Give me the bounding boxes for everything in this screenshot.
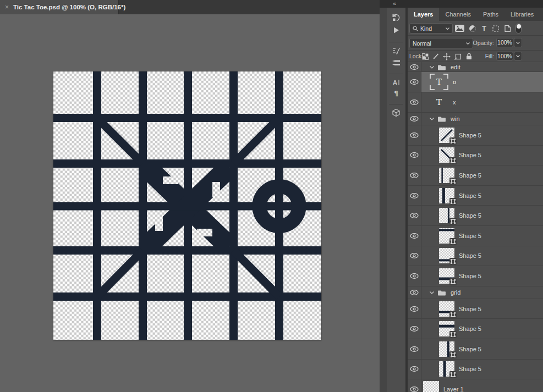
- shape-layers-filter-icon[interactable]: [492, 25, 500, 32]
- smart-objects-filter-icon[interactable]: [504, 25, 511, 32]
- layer-visibility-toggle[interactable]: [408, 146, 421, 165]
- layer-visibility-toggle[interactable]: [408, 206, 421, 225]
- layer-filter-row: Kind T: [408, 21, 543, 36]
- layer-row[interactable]: Shape 5: [408, 266, 543, 286]
- group-row[interactable]: grid: [408, 286, 543, 299]
- opacity-value[interactable]: 100%: [496, 38, 513, 47]
- layer-name: x: [453, 99, 456, 106]
- lock-transparency-icon[interactable]: [422, 53, 429, 60]
- lock-position-move-icon[interactable]: [443, 53, 451, 60]
- layer-row[interactable]: Shape 5: [408, 339, 543, 360]
- layer-visibility-toggle[interactable]: [408, 286, 421, 299]
- layer-row-body[interactable]: Shape 5: [421, 299, 543, 319]
- layer-filter-toggle[interactable]: [515, 23, 522, 34]
- type-layer-thumbnail[interactable]: T: [430, 94, 448, 111]
- layer-row[interactable]: Shape 5: [408, 125, 543, 146]
- collapse-panels-icon[interactable]: «: [393, 0, 396, 8]
- layer-row[interactable]: Shape 5: [408, 206, 543, 226]
- layer-row[interactable]: Shape 5: [408, 360, 543, 380]
- fill-value[interactable]: 100%: [496, 52, 513, 60]
- pixel-layers-filter-icon[interactable]: [455, 25, 464, 32]
- layer-visibility-toggle[interactable]: [408, 113, 421, 125]
- layer-row-body[interactable]: Shape 5: [421, 206, 543, 225]
- layer-row[interactable]: Shape 5: [408, 146, 543, 166]
- shape-layer-badge-icon: [449, 157, 457, 164]
- layer-row-body[interactable]: edit: [421, 62, 543, 71]
- filter-kind-dropdown[interactable]: Kind: [409, 23, 453, 34]
- character-panel-icon[interactable]: A: [387, 77, 405, 87]
- layer-thumbnail[interactable]: [423, 381, 439, 392]
- layer-row-body[interactable]: Shape 5: [421, 226, 543, 246]
- layer-visibility-toggle[interactable]: [408, 319, 421, 339]
- canvas-container[interactable]: [53, 71, 321, 340]
- layer-row-body[interactable]: Shape 5: [421, 186, 543, 206]
- tab-libraries[interactable]: Libraries: [504, 8, 540, 21]
- layer-row[interactable]: Layer 1: [408, 379, 543, 392]
- layer-visibility-toggle[interactable]: [408, 226, 421, 246]
- svg-text:A: A: [393, 79, 397, 86]
- layer-row[interactable]: Tx: [408, 92, 543, 113]
- layer-name: Shape 5: [459, 273, 481, 279]
- layer-visibility-toggle[interactable]: [408, 379, 421, 392]
- layer-visibility-toggle[interactable]: [408, 125, 421, 145]
- layer-row-body[interactable]: Layer 1: [421, 379, 543, 392]
- type-layers-filter-icon[interactable]: T: [481, 25, 487, 32]
- layer-row[interactable]: Shape 5: [408, 186, 543, 206]
- layer-visibility-toggle[interactable]: [408, 246, 421, 266]
- layer-visibility-toggle[interactable]: [408, 299, 421, 319]
- shape-layer-badge-icon: [449, 137, 457, 145]
- fill-dropdown-button[interactable]: [514, 52, 522, 60]
- close-tab-icon[interactable]: ×: [5, 4, 9, 10]
- opacity-dropdown-button[interactable]: [514, 38, 522, 47]
- lock-artboard-icon[interactable]: [454, 53, 462, 60]
- layer-row[interactable]: Shape 5: [408, 319, 543, 339]
- brush-settings-panel-icon[interactable]: [387, 46, 405, 56]
- layer-visibility-toggle[interactable]: [408, 165, 421, 185]
- type-layer-thumbnail[interactable]: T: [430, 74, 448, 90]
- blend-mode-dropdown[interactable]: Normal: [409, 38, 473, 48]
- adjustment-layers-filter-icon[interactable]: [469, 25, 476, 32]
- lock-image-brush-icon[interactable]: [432, 53, 439, 60]
- layer-visibility-toggle[interactable]: [408, 62, 421, 71]
- layer-visibility-toggle[interactable]: [408, 92, 421, 112]
- group-row[interactable]: win: [408, 113, 543, 125]
- layer-name: Shape 5: [459, 132, 481, 139]
- layer-row-body[interactable]: Shape 5: [421, 266, 543, 286]
- layers-panel: Kind T Normal Opacity: 100% Lock:: [408, 21, 543, 392]
- layer-row[interactable]: Shape 5: [408, 226, 543, 246]
- layer-row-body[interactable]: Shape 5: [421, 165, 543, 185]
- layer-row-body[interactable]: Tx: [421, 92, 543, 112]
- shape-layer-badge-icon: [449, 198, 457, 205]
- layer-row-body[interactable]: Shape 5: [421, 339, 543, 359]
- layer-row-body[interactable]: Shape 5: [421, 360, 543, 379]
- layer-row[interactable]: To: [408, 72, 543, 92]
- layer-row[interactable]: Shape 5: [408, 299, 543, 319]
- layer-row-body[interactable]: Shape 5: [421, 125, 543, 145]
- layer-visibility-toggle[interactable]: [408, 186, 421, 206]
- layer-visibility-toggle[interactable]: [408, 266, 421, 286]
- lock-all-padlock-icon[interactable]: [466, 53, 472, 60]
- history-panel-icon[interactable]: [387, 13, 405, 23]
- group-row[interactable]: edit: [408, 62, 543, 72]
- layer-row[interactable]: Shape 5: [408, 246, 543, 267]
- actions-panel-icon[interactable]: [387, 25, 405, 35]
- layer-row-body[interactable]: Shape 5: [421, 246, 543, 266]
- brushes-panel-icon[interactable]: [387, 58, 405, 68]
- tab-channels[interactable]: Channels: [439, 8, 476, 21]
- tab-layers[interactable]: Layers: [408, 8, 439, 21]
- layer-visibility-toggle[interactable]: [408, 72, 421, 92]
- layer-row-body[interactable]: win: [421, 113, 543, 125]
- paragraph-panel-icon[interactable]: ¶: [387, 88, 405, 98]
- layer-visibility-toggle[interactable]: [408, 339, 421, 359]
- layer-row-body[interactable]: grid: [421, 286, 543, 299]
- layer-visibility-toggle[interactable]: [408, 360, 421, 379]
- layer-row-body[interactable]: Shape 5: [421, 319, 543, 339]
- document-tab[interactable]: × Tic Tac Toe.psd @ 100% (O, RGB/16*): [0, 0, 119, 14]
- tab-paths[interactable]: Paths: [477, 8, 504, 21]
- document-canvas[interactable]: [53, 71, 321, 340]
- layer-name: Layer 1: [443, 386, 464, 392]
- layer-row-body[interactable]: To: [421, 72, 543, 92]
- layer-row-body[interactable]: Shape 5: [421, 146, 543, 165]
- layer-row[interactable]: Shape 5: [408, 165, 543, 186]
- 3d-panel-icon[interactable]: [387, 108, 405, 118]
